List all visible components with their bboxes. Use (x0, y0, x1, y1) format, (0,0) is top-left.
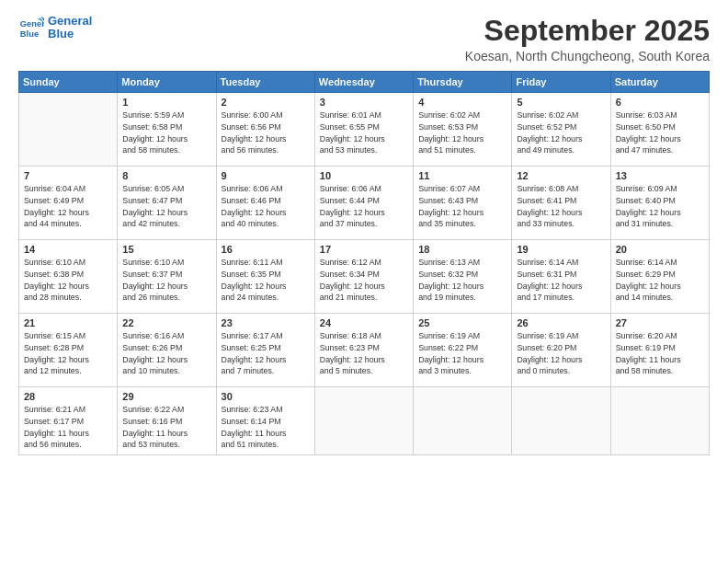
day-info: Sunrise: 6:12 AMSunset: 6:34 PMDaylight:… (320, 257, 408, 304)
calendar-cell: 21Sunrise: 6:15 AMSunset: 6:28 PMDayligh… (19, 314, 118, 387)
calendar-cell: 7Sunrise: 6:04 AMSunset: 6:49 PMDaylight… (19, 167, 118, 240)
day-number: 17 (320, 244, 408, 255)
day-number: 23 (222, 317, 310, 328)
calendar-cell: 23Sunrise: 6:17 AMSunset: 6:25 PMDayligh… (216, 314, 314, 387)
calendar-cell: 17Sunrise: 6:12 AMSunset: 6:34 PMDayligh… (314, 240, 413, 314)
day-info: Sunrise: 6:03 AMSunset: 6:50 PMDaylight:… (616, 109, 704, 156)
calendar-cell: 19Sunrise: 6:14 AMSunset: 6:31 PMDayligh… (512, 240, 610, 314)
header: General Blue General Blue September 2025… (18, 15, 710, 63)
svg-text:Blue: Blue (20, 30, 39, 40)
day-number: 30 (222, 391, 310, 402)
calendar-cell: 30Sunrise: 6:23 AMSunset: 6:14 PMDayligh… (216, 387, 314, 455)
calendar-cell: 3Sunrise: 6:01 AMSunset: 6:55 PMDaylight… (314, 93, 413, 167)
day-number: 25 (418, 317, 506, 328)
day-number: 1 (122, 97, 210, 108)
calendar-weekday-tuesday: Tuesday (216, 72, 314, 93)
day-info: Sunrise: 6:19 AMSunset: 6:22 PMDaylight:… (418, 330, 506, 377)
calendar-week-row: 1Sunrise: 5:59 AMSunset: 6:58 PMDaylight… (19, 93, 710, 167)
calendar-weekday-monday: Monday (118, 72, 216, 93)
day-number: 10 (320, 170, 408, 181)
day-number: 5 (517, 97, 605, 108)
logo-general: General (48, 15, 92, 28)
day-number: 22 (122, 317, 210, 328)
calendar-cell: 22Sunrise: 6:16 AMSunset: 6:26 PMDayligh… (118, 314, 216, 387)
calendar-cell: 29Sunrise: 6:22 AMSunset: 6:16 PMDayligh… (118, 387, 216, 455)
calendar-cell: 28Sunrise: 6:21 AMSunset: 6:17 PMDayligh… (19, 387, 118, 455)
day-number: 2 (222, 97, 310, 108)
calendar-cell (512, 387, 610, 455)
day-info: Sunrise: 6:14 AMSunset: 6:31 PMDaylight:… (517, 257, 605, 304)
day-number: 15 (122, 244, 210, 255)
day-info: Sunrise: 6:22 AMSunset: 6:16 PMDaylight:… (122, 404, 210, 451)
day-info: Sunrise: 6:15 AMSunset: 6:28 PMDaylight:… (24, 330, 112, 377)
day-number: 27 (616, 317, 704, 328)
calendar-cell: 11Sunrise: 6:07 AMSunset: 6:43 PMDayligh… (414, 167, 512, 240)
day-number: 16 (222, 244, 310, 255)
calendar-cell: 24Sunrise: 6:18 AMSunset: 6:23 PMDayligh… (314, 314, 413, 387)
calendar-cell: 2Sunrise: 6:00 AMSunset: 6:56 PMDaylight… (216, 93, 314, 167)
calendar-cell: 26Sunrise: 6:19 AMSunset: 6:20 PMDayligh… (512, 314, 610, 387)
calendar-weekday-friday: Friday (512, 72, 610, 93)
calendar-cell (414, 387, 512, 455)
day-info: Sunrise: 5:59 AMSunset: 6:58 PMDaylight:… (122, 109, 210, 156)
day-number: 26 (517, 317, 605, 328)
calendar-cell: 1Sunrise: 5:59 AMSunset: 6:58 PMDaylight… (118, 93, 216, 167)
day-number: 24 (320, 317, 408, 328)
day-info: Sunrise: 6:19 AMSunset: 6:20 PMDaylight:… (517, 330, 605, 377)
calendar-cell: 15Sunrise: 6:10 AMSunset: 6:37 PMDayligh… (118, 240, 216, 314)
calendar-weekday-saturday: Saturday (610, 72, 709, 93)
day-info: Sunrise: 6:16 AMSunset: 6:26 PMDaylight:… (122, 330, 210, 377)
day-info: Sunrise: 6:09 AMSunset: 6:40 PMDaylight:… (616, 183, 704, 230)
day-number: 29 (122, 391, 210, 402)
day-info: Sunrise: 6:21 AMSunset: 6:17 PMDaylight:… (24, 404, 112, 451)
calendar-weekday-sunday: Sunday (19, 72, 118, 93)
day-info: Sunrise: 6:17 AMSunset: 6:25 PMDaylight:… (222, 330, 310, 377)
calendar-week-row: 7Sunrise: 6:04 AMSunset: 6:49 PMDaylight… (19, 167, 710, 240)
day-info: Sunrise: 6:00 AMSunset: 6:56 PMDaylight:… (222, 109, 310, 156)
day-info: Sunrise: 6:05 AMSunset: 6:47 PMDaylight:… (122, 183, 210, 230)
day-info: Sunrise: 6:14 AMSunset: 6:29 PMDaylight:… (616, 257, 704, 304)
day-info: Sunrise: 6:04 AMSunset: 6:49 PMDaylight:… (24, 183, 112, 230)
day-number: 12 (517, 170, 605, 181)
logo-icon: General Blue (18, 15, 44, 40)
calendar-week-row: 14Sunrise: 6:10 AMSunset: 6:38 PMDayligh… (19, 240, 710, 314)
calendar-cell: 18Sunrise: 6:13 AMSunset: 6:32 PMDayligh… (414, 240, 512, 314)
calendar-cell: 5Sunrise: 6:02 AMSunset: 6:52 PMDaylight… (512, 93, 610, 167)
main-title: September 2025 (465, 15, 710, 47)
day-info: Sunrise: 6:13 AMSunset: 6:32 PMDaylight:… (418, 257, 506, 304)
day-number: 19 (517, 244, 605, 255)
day-number: 18 (418, 244, 506, 255)
logo-blue: Blue (48, 28, 92, 40)
day-info: Sunrise: 6:02 AMSunset: 6:52 PMDaylight:… (517, 109, 605, 156)
calendar-cell (610, 387, 709, 455)
calendar-cell: 9Sunrise: 6:06 AMSunset: 6:46 PMDaylight… (216, 167, 314, 240)
day-info: Sunrise: 6:06 AMSunset: 6:44 PMDaylight:… (320, 183, 408, 230)
calendar-weekday-thursday: Thursday (414, 72, 512, 93)
calendar-cell: 10Sunrise: 6:06 AMSunset: 6:44 PMDayligh… (314, 167, 413, 240)
calendar-week-row: 21Sunrise: 6:15 AMSunset: 6:28 PMDayligh… (19, 314, 710, 387)
day-info: Sunrise: 6:10 AMSunset: 6:37 PMDaylight:… (122, 257, 210, 304)
day-number: 21 (24, 317, 112, 328)
page: General Blue General Blue September 2025… (0, 0, 728, 563)
calendar-weekday-wednesday: Wednesday (314, 72, 413, 93)
calendar-cell: 16Sunrise: 6:11 AMSunset: 6:35 PMDayligh… (216, 240, 314, 314)
day-number: 9 (222, 170, 310, 181)
day-number: 6 (616, 97, 704, 108)
day-number: 20 (616, 244, 704, 255)
calendar-cell: 12Sunrise: 6:08 AMSunset: 6:41 PMDayligh… (512, 167, 610, 240)
subtitle: Koesan, North Chungcheong, South Korea (465, 49, 710, 63)
day-info: Sunrise: 6:07 AMSunset: 6:43 PMDaylight:… (418, 183, 506, 230)
title-block: September 2025 Koesan, North Chungcheong… (465, 15, 710, 63)
calendar-cell: 14Sunrise: 6:10 AMSunset: 6:38 PMDayligh… (19, 240, 118, 314)
svg-text:General: General (20, 19, 44, 29)
day-number: 7 (24, 170, 112, 181)
day-info: Sunrise: 6:08 AMSunset: 6:41 PMDaylight:… (517, 183, 605, 230)
calendar-table: SundayMondayTuesdayWednesdayThursdayFrid… (18, 71, 710, 455)
calendar-cell (19, 93, 118, 167)
calendar-cell: 20Sunrise: 6:14 AMSunset: 6:29 PMDayligh… (610, 240, 709, 314)
day-number: 13 (616, 170, 704, 181)
day-info: Sunrise: 6:02 AMSunset: 6:53 PMDaylight:… (418, 109, 506, 156)
day-info: Sunrise: 6:18 AMSunset: 6:23 PMDaylight:… (320, 330, 408, 377)
calendar-week-row: 28Sunrise: 6:21 AMSunset: 6:17 PMDayligh… (19, 387, 710, 455)
day-number: 14 (24, 244, 112, 255)
